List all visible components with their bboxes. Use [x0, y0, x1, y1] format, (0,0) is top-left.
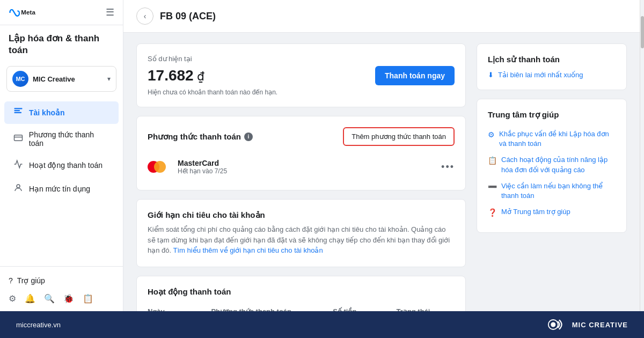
payment-card-details: MasterCard Hết hạn vào 7/25 — [178, 159, 227, 175]
svg-point-8 — [551, 322, 555, 327]
mc-yellow-circle — [154, 161, 166, 173]
bottom-icons: ⚙ 🔔 🔍 🐞 📋 — [9, 289, 114, 306]
balance-label: Số dư hiện tại — [148, 55, 455, 63]
download-link[interactable]: ⬇ Tải biên lai mới nhất xuống — [488, 71, 616, 79]
col-method: Phương thức thanh toán — [211, 307, 327, 312]
main-content: ‹ FB 09 (ACE) Số dư hiện tại 17.682 ₫ — [123, 0, 640, 311]
balance-note: Hiện chưa có khoản thanh toán nào đến hạ… — [148, 89, 455, 96]
sidebar-item-label: Hạn mức tín dụng — [29, 185, 90, 193]
balance-currency: ₫ — [197, 70, 204, 83]
svg-rect-2 — [14, 110, 20, 111]
sidebar-item-tai-khoan[interactable]: Tài khoản — [4, 101, 119, 124]
hamburger-icon[interactable]: ☰ — [106, 6, 114, 18]
more-options-button[interactable]: ••• — [441, 161, 455, 173]
footer-bar: miccreative.vn MIC CREATIVE — [0, 311, 644, 338]
sidebar-item-phuong-thuc[interactable]: Phương thức thanh toán — [4, 125, 119, 153]
support-title: Trung tâm trợ giúp — [488, 110, 616, 120]
activity-title: Hoạt động thanh toán — [148, 287, 455, 297]
footer-website: miccreative.vn — [16, 321, 61, 329]
spending-limit-link[interactable]: Tìm hiểu thêm về giới hạn chi tiêu cho t… — [173, 246, 323, 254]
support-text-3: Mở Trung tâm trợ giúp — [501, 207, 570, 217]
activity-icon — [13, 159, 24, 171]
right-panel: Lịch sử thanh toán ⬇ Tải biên lai mới nh… — [477, 43, 627, 311]
content-body: Số dư hiện tại 17.682 ₫ Thanh toán ngay … — [123, 33, 640, 311]
table-header: Ngày Phương thức thanh toán Số tiền Trạn… — [148, 303, 455, 312]
help-item[interactable]: ? Trợ giúp — [9, 272, 114, 289]
bell-icon[interactable]: 🔔 — [25, 293, 35, 304]
sidebar-header: Meta ☰ — [0, 0, 123, 25]
support-icon-2: ➖ — [488, 182, 497, 193]
svg-rect-4 — [14, 135, 22, 141]
left-panel: Số dư hiện tại 17.682 ₫ Thanh toán ngay … — [136, 43, 466, 311]
col-status: Trạng thái — [397, 307, 455, 312]
sidebar-bottom: ? Trợ giúp ⚙ 🔔 🔍 🐞 📋 — [0, 266, 123, 311]
card-icon — [13, 133, 24, 145]
spending-limit-title: Giới hạn chi tiêu cho tài khoản — [148, 210, 455, 220]
download-icon: ⬇ — [488, 71, 494, 79]
clipboard-icon[interactable]: 📋 — [83, 293, 93, 304]
page-title: FB 09 (ACE) — [160, 11, 216, 22]
support-item-0[interactable]: ⚙ Khắc phục vấn đề khi Lập hóa đơn và th… — [488, 126, 616, 152]
support-icon-0: ⚙ — [488, 130, 495, 141]
scrollbar[interactable] — [640, 0, 644, 311]
svg-rect-3 — [14, 112, 22, 113]
activity-card: Hoạt động thanh toán Ngày Phương thức th… — [136, 276, 466, 312]
account-name: MIC Creative — [33, 75, 103, 83]
info-icon[interactable]: i — [244, 133, 253, 141]
download-label: Tải biên lai mới nhất xuống — [498, 71, 583, 79]
payment-history-title: Lịch sử thanh toán — [488, 55, 616, 64]
payment-method-header: Phương thức thanh toán i Thêm phương thứ… — [148, 127, 455, 146]
balance-row: 17.682 ₫ Thanh toán ngay — [148, 66, 455, 85]
support-text-0: Khắc phục vấn đề khi Lập hóa đơn và than… — [499, 129, 616, 149]
footer-brand-name: MIC CREATIVE — [572, 321, 628, 329]
add-payment-button[interactable]: Thêm phương thức thanh toán — [343, 127, 455, 146]
sidebar-item-label: Hoạt động thanh toán — [29, 161, 103, 170]
back-button[interactable]: ‹ — [136, 8, 153, 25]
support-text-2: Việc cần làm nếu bạn không thể thanh toá… — [501, 181, 616, 201]
support-item-3[interactable]: ❓ Mở Trung tâm trợ giúp — [488, 204, 616, 222]
payment-history-card: Lịch sử thanh toán ⬇ Tải biên lai mới nh… — [477, 43, 627, 90]
sidebar-item-hoat-dong[interactable]: Hoạt động thanh toán — [4, 154, 119, 177]
help-icon: ? — [9, 276, 13, 285]
support-item-1[interactable]: 📋 Cách hoạt động của tính năng lập hóa đ… — [488, 152, 616, 178]
svg-text:Meta: Meta — [21, 9, 35, 16]
scroll-thumb[interactable] — [641, 16, 644, 48]
footer-brand: MIC CREATIVE — [547, 319, 628, 330]
payment-method-card: Phương thức thanh toán i Thêm phương thứ… — [136, 116, 466, 190]
svg-point-6 — [17, 185, 20, 188]
sidebar-item-han-muc[interactable]: Hạn mức tín dụng — [4, 178, 119, 200]
account-selector[interactable]: MC MIC Creative ▾ — [6, 66, 116, 92]
payment-method-info: MasterCard Hết hạn vào 7/25 — [148, 159, 227, 175]
svg-rect-1 — [14, 108, 23, 109]
main-header: ‹ FB 09 (ACE) — [123, 0, 640, 33]
spending-limit-desc: Kiểm soát tổng chi phí cho quảng cáo bằn… — [148, 224, 455, 256]
support-icon-3: ❓ — [488, 208, 497, 218]
mic-logo-icon — [547, 319, 567, 330]
bug-icon[interactable]: 🐞 — [63, 293, 74, 304]
balance-amount: 17.682 — [148, 67, 194, 84]
nav-menu: Tài khoản Phương thức thanh toán Hoạt độ… — [0, 96, 123, 266]
sidebar-item-label: Tài khoản — [29, 108, 65, 117]
balance-amount-container: 17.682 ₫ — [148, 67, 204, 84]
balance-card: Số dư hiện tại 17.682 ₫ Thanh toán ngay … — [136, 43, 466, 107]
avatar: MC — [12, 71, 28, 87]
account-icon — [13, 107, 24, 119]
help-label: Trợ giúp — [17, 276, 45, 285]
sidebar-title: Lập hóa đơn & thanh toán — [0, 25, 123, 62]
col-amount: Số tiền — [333, 307, 391, 312]
mastercard-row: MasterCard Hết hạn vào 7/25 ••• — [148, 155, 455, 179]
settings-icon[interactable]: ⚙ — [9, 293, 16, 304]
sidebar-item-label: Phương thức thanh toán — [29, 130, 110, 148]
spending-limit-card: Giới hạn chi tiêu cho tài khoản Kiểm soá… — [136, 199, 466, 267]
sidebar: Meta ☰ Lập hóa đơn & thanh toán MC MIC C… — [0, 0, 123, 311]
meta-logo: Meta — [9, 8, 35, 17]
support-item-2[interactable]: ➖ Việc cần làm nếu bạn không thể thanh t… — [488, 178, 616, 204]
search-icon[interactable]: 🔍 — [44, 293, 55, 304]
support-card: Trung tâm trợ giúp ⚙ Khắc phục vấn đề kh… — [477, 99, 627, 233]
mastercard-logo — [148, 160, 168, 173]
payment-card-name: MasterCard — [178, 159, 227, 167]
chevron-down-icon: ▾ — [107, 75, 111, 83]
pay-now-button[interactable]: Thanh toán ngay — [375, 66, 455, 85]
payment-method-title: Phương thức thanh toán i — [148, 132, 253, 142]
col-date: Ngày — [148, 307, 206, 312]
